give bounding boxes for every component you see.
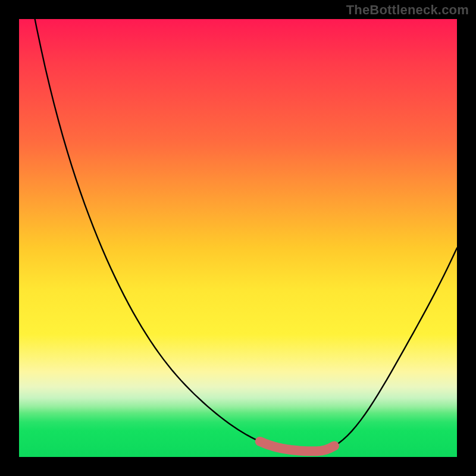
watermark-text: TheBottleneck.com xyxy=(346,2,469,18)
chart-svg xyxy=(19,19,457,457)
outer-frame: TheBottleneck.com xyxy=(0,0,476,476)
bottleneck-chart xyxy=(19,19,457,457)
valley-marker xyxy=(260,441,334,451)
bottleneck-curve-path xyxy=(19,0,457,451)
